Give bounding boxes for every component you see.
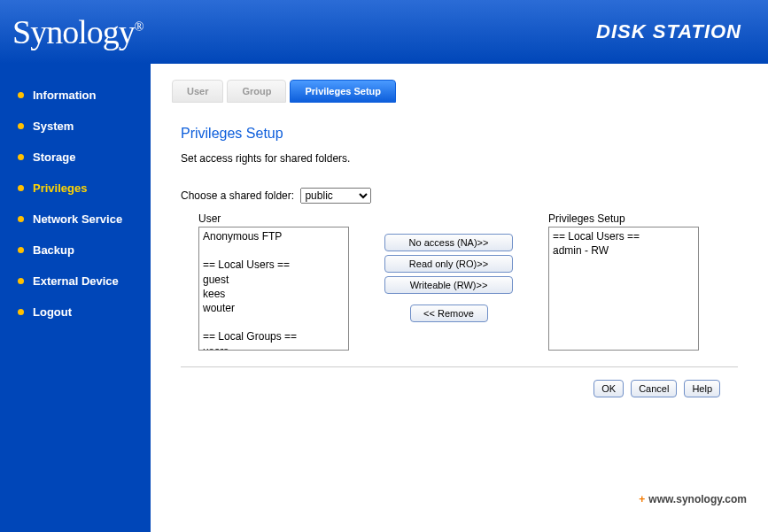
bullet-icon [18, 216, 24, 222]
plus-icon: + [639, 493, 645, 505]
list-item[interactable]: == Local Users == [553, 229, 694, 243]
divider [181, 366, 738, 367]
header: Synology® DISK STATION [0, 0, 768, 64]
help-button[interactable]: Help [684, 380, 720, 397]
bullet-icon [18, 278, 24, 284]
bullet-icon [18, 185, 24, 191]
main-content: User Group Privileges Setup Privileges S… [151, 64, 768, 532]
list-item[interactable]: users [203, 344, 345, 351]
bullet-icon [18, 154, 24, 160]
logo-reg-mark: ® [135, 20, 144, 34]
sidebar-item-network-service[interactable]: Network Service [18, 212, 151, 226]
sidebar-item-privileges[interactable]: Privileges [18, 181, 151, 195]
tab-bar: User Group Privileges Setup [172, 80, 747, 103]
privileges-column-label: Privileges Setup [548, 212, 699, 225]
cancel-button[interactable]: Cancel [631, 380, 677, 397]
sidebar-item-backup[interactable]: Backup [18, 243, 151, 257]
footer-buttons: OK Cancel Help [172, 380, 720, 397]
no-access-button[interactable]: No access (NA)>> [384, 234, 513, 251]
bullet-icon [18, 247, 24, 253]
list-item[interactable]: kees [203, 287, 345, 301]
bullet-icon [18, 92, 24, 98]
privileges-listbox[interactable]: == Local Users == admin - RW [548, 227, 699, 351]
bullet-icon [18, 309, 24, 315]
sidebar-item-label: Backup [33, 243, 74, 257]
sidebar-item-label: Storage [33, 150, 75, 164]
list-item [203, 315, 345, 329]
list-item [203, 243, 345, 258]
ok-button[interactable]: OK [593, 380, 624, 397]
list-item[interactable]: == Local Groups == [203, 329, 345, 343]
read-only-button[interactable]: Read only (RO)>> [384, 255, 513, 273]
user-column-label: User [198, 212, 349, 225]
sidebar-item-information[interactable]: Information [18, 89, 151, 102]
sidebar-item-external-device[interactable]: External Device [18, 274, 151, 288]
user-listbox[interactable]: Anonymous FTP == Local Users == guest ke… [198, 227, 349, 351]
list-item[interactable]: admin - RW [553, 243, 694, 258]
sidebar-item-label: Privileges [33, 181, 87, 195]
sidebar-item-label: Information [33, 89, 97, 102]
sidebar-item-label: Network Service [33, 212, 122, 226]
list-item[interactable]: Anonymous FTP [203, 229, 345, 243]
sidebar-item-label: External Device [33, 274, 119, 288]
logo-text: Synology [12, 13, 135, 50]
shared-folder-select[interactable]: public [300, 188, 371, 204]
privileges-column: Privileges Setup == Local Users == admin… [548, 212, 699, 351]
writeable-button[interactable]: Writeable (RW)>> [384, 276, 513, 294]
site-link[interactable]: +www.synology.com [639, 493, 747, 505]
panel-title: Privileges Setup [181, 126, 747, 142]
site-url: www.synology.com [648, 493, 747, 505]
tab-group[interactable]: Group [227, 80, 286, 103]
sidebar-item-logout[interactable]: Logout [18, 305, 151, 319]
sidebar-item-label: Logout [33, 305, 72, 319]
sidebar-item-label: System [33, 120, 74, 133]
list-item[interactable]: wouter [203, 301, 345, 315]
folder-label: Choose a shared folder: [181, 189, 294, 202]
tab-user[interactable]: User [172, 80, 223, 103]
list-item[interactable]: guest [203, 273, 345, 287]
panel-description: Set access rights for shared folders. [181, 152, 747, 165]
sidebar-item-system[interactable]: System [18, 120, 151, 133]
sidebar-item-storage[interactable]: Storage [18, 150, 151, 164]
brand-logo: Synology® [12, 12, 143, 51]
sidebar: Information System Storage Privileges Ne… [0, 64, 151, 532]
product-name: DISK STATION [596, 20, 741, 43]
remove-button[interactable]: << Remove [410, 305, 488, 322]
folder-row: Choose a shared folder: public [181, 188, 747, 204]
bullet-icon [18, 123, 24, 129]
user-column: User Anonymous FTP == Local Users == gue… [198, 212, 349, 351]
list-item[interactable]: == Local Users == [203, 258, 345, 272]
tab-privileges-setup[interactable]: Privileges Setup [290, 80, 396, 103]
transfer-buttons: No access (NA)>> Read only (RO)>> Writea… [384, 212, 513, 322]
